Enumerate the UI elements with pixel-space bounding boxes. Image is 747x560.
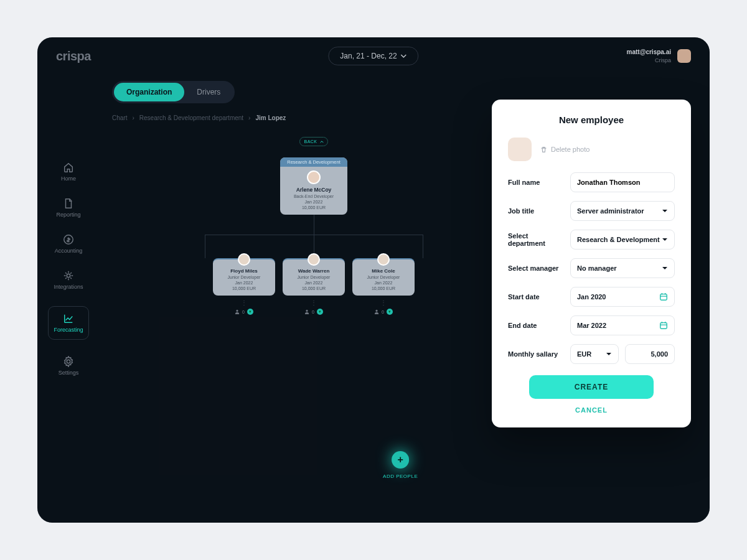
manager-select[interactable]: No manager [570,258,675,278]
org-children-row: Floyd Miles Junior Developer Jan 2022 10… [152,258,476,315]
label-enddate: End date [508,322,537,329]
full-name-field[interactable] [577,179,668,186]
org-node-name: Mike Cole [356,268,411,274]
org-node-role: Back-End Developer [284,194,344,198]
org-node-role: Junior Developer [217,275,271,279]
org-node-date: Jan 2022 [217,281,271,285]
more-icon[interactable]: ⋮ [283,299,345,306]
sidebar-item-integrations[interactable]: Integrations [54,270,83,290]
svg-point-4 [306,310,308,312]
more-icon[interactable]: ⋮ [213,299,275,306]
currency-select[interactable]: EUR [570,344,619,364]
expand-icon: ▾ [387,309,393,315]
end-date-input[interactable]: Mar 2022 [570,315,675,335]
create-button[interactable]: CREATE [529,375,654,399]
label-fullname: Full name [508,179,540,186]
org-node-role: Junior Developer [356,275,411,279]
sidebar-item-label: Accounting [55,248,83,254]
currency-value: EUR [577,350,591,358]
date-range-label: Jan, 21 - Dec, 22 [340,52,397,60]
org-node-child[interactable]: Wade Warren Junior Developer Jan 2022 10… [283,258,345,315]
settings-icon [63,356,74,367]
sidebar-item-reporting[interactable]: Reporting [56,198,80,218]
date-range-picker[interactable]: Jan, 21 - Dec, 22 [328,47,418,65]
expand-icon: ▾ [317,309,323,315]
org-node-name: Floyd Miles [217,268,271,274]
person-icon [235,309,240,314]
more-icon[interactable]: ⋮ [352,299,415,306]
tab-organization[interactable]: Organization [114,83,184,101]
sidebar-item-label: Home [61,175,76,182]
org-chart: BACK Research & Development Arlene McCoy… [152,137,476,315]
delete-photo-label: Delete photo [551,146,590,153]
org-connector [152,215,476,258]
full-name-input[interactable] [570,172,675,192]
report-count-badge[interactable]: 0 ▾ [283,309,345,315]
org-node-salary: 10,000 EUR [217,286,271,291]
org-node-name: Arlene McCoy [284,187,344,193]
person-icon [304,309,309,314]
sidebar: Home Reporting Accounting Integrations F… [37,162,100,376]
sidebar-item-settings[interactable]: Settings [59,356,79,376]
salary-amount-value: 5,000 [651,350,668,358]
sidebar-item-label: Reporting [56,212,80,218]
org-node-parent[interactable]: Research & Development Arlene McCoy Back… [280,157,347,215]
breadcrumb-department[interactable]: Research & Development department [139,114,243,121]
svg-point-5 [375,310,377,312]
job-title-value: Server administrator [577,207,644,215]
brand-logo: crispa [56,49,91,63]
report-count-badge[interactable]: 0 ▾ [352,309,415,315]
salary-amount-input[interactable]: 5,000 [625,344,675,364]
department-select[interactable]: Research & Development [570,230,675,250]
modal-title: New employee [508,114,675,125]
chevron-down-icon [662,265,668,271]
label-manager: Select manager [508,264,558,272]
org-node-date: Jan 2022 [286,281,341,285]
label-startdate: Start date [508,293,540,301]
delete-photo-button[interactable]: Delete photo [540,146,590,153]
org-node-salary: 10,000 EUR [356,286,411,291]
trash-icon [540,146,547,153]
gear-icon [63,270,74,281]
svg-point-2 [67,360,70,363]
avatar [377,253,390,266]
expand-icon: ▾ [247,309,253,315]
org-node-date: Jan 2022 [284,200,344,204]
sidebar-item-label: Integrations [54,284,83,290]
calendar-icon [659,292,668,301]
sidebar-item-forecasting[interactable]: Forecasting [48,306,88,340]
chevron-down-icon [662,208,668,214]
label-department: Select department [508,232,563,247]
avatar [308,253,320,266]
user-email: matt@crispa.ai [627,48,671,57]
employee-avatar[interactable] [508,138,532,161]
org-node-child[interactable]: Floyd Miles Junior Developer Jan 2022 10… [213,258,275,315]
report-count-badge[interactable]: 0 ▾ [213,309,275,315]
svg-rect-6 [660,294,667,301]
job-title-select[interactable]: Server administrator [570,201,675,221]
department-value: Research & Development [577,236,660,243]
svg-point-1 [67,274,70,277]
breadcrumb-current: Jim Lopez [255,114,286,121]
cancel-button[interactable]: CANCEL [575,406,608,414]
tab-drivers[interactable]: Drivers [184,83,233,101]
start-date-input[interactable]: Jan 2020 [570,287,675,307]
add-people-label: ADD PEOPLE [383,474,418,479]
user-menu[interactable]: matt@crispa.ai Crispa [627,48,691,65]
add-people-button[interactable]: + [392,451,409,469]
avatar [307,170,321,184]
breadcrumb-chart[interactable]: Chart [112,114,127,121]
avatar [677,49,691,63]
label-salary: Monthly sallary [508,350,558,358]
new-employee-modal: New employee Delete photo Full name Job … [492,100,691,427]
back-button[interactable]: BACK [299,137,328,146]
sidebar-item-accounting[interactable]: Accounting [55,234,83,254]
home-icon [63,162,74,173]
org-node-child[interactable]: Mike Cole Junior Developer Jan 2022 10,0… [352,258,415,315]
tab-bar: Organization Drivers [112,81,235,103]
sidebar-item-home[interactable]: Home [61,162,76,182]
app-window: crispa Jan, 21 - Dec, 22 matt@crispa.ai … [37,37,710,523]
sidebar-item-label: Forecasting [54,327,83,333]
chevron-down-icon [606,351,612,357]
end-date-value: Mar 2022 [577,322,606,329]
